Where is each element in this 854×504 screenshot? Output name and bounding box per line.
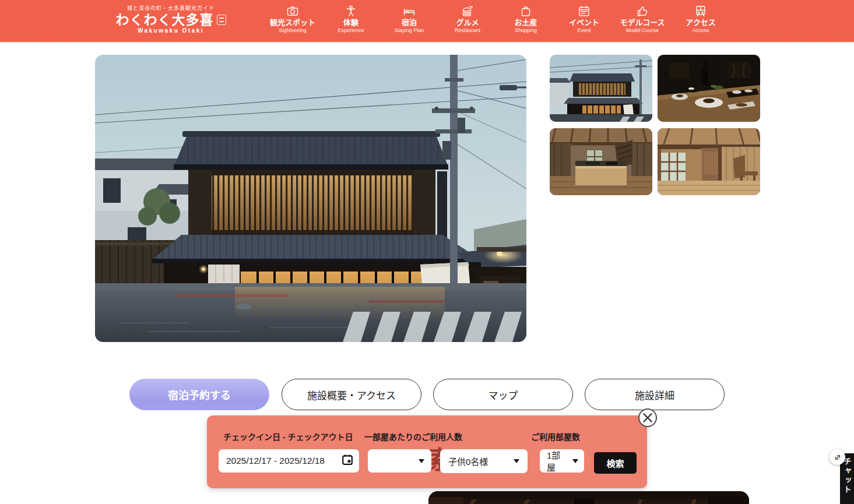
nav-label-en: Shopping <box>497 27 555 33</box>
logo-tagline: 城と渓谷の町・大多喜観光ガイド <box>115 4 226 12</box>
train-icon <box>672 5 730 17</box>
tab-booking-label: 宿泊予約する <box>168 387 231 402</box>
nav-label-en: Restaurant <box>438 27 497 33</box>
chevron-down-icon <box>514 459 519 463</box>
tab-booking[interactable]: 宿泊予約する <box>129 379 269 410</box>
date-range-input[interactable]: 2025/12/17 - 2025/12/18 <box>219 449 359 473</box>
nav-label-jp: イベント <box>555 18 613 27</box>
main-nav-header: 城と渓谷の町・大多喜観光ガイド わくわく大多喜 Wakuwaku Otaki 観… <box>0 0 854 42</box>
nav-label-jp: 宿泊 <box>380 18 438 27</box>
tab-facility-detail[interactable]: 施設詳細 <box>585 379 725 410</box>
nav-label-en: Event <box>555 27 613 33</box>
adults-select[interactable] <box>368 449 431 473</box>
person-icon <box>322 5 380 17</box>
chevron-down-icon <box>419 459 424 463</box>
nav-label-en: Model Course <box>613 27 672 33</box>
shopping-bag-icon <box>497 5 555 17</box>
calendar-icon <box>555 5 613 17</box>
logo-title: わくわく大多喜 <box>116 13 214 27</box>
nav-item-staying[interactable]: 宿泊 Staying Plan <box>380 5 438 33</box>
chevron-down-icon <box>572 459 578 463</box>
calendar-picker-icon[interactable] <box>342 454 353 468</box>
expand-diagonal-icon <box>833 453 842 462</box>
logo-seal-icon <box>217 15 226 25</box>
nav-label-jp: モデルコース <box>613 18 672 27</box>
tab-facility-detail-label: 施設詳細 <box>635 387 674 402</box>
nav-item-event[interactable]: イベント Event <box>555 5 613 33</box>
chat-expand-button[interactable] <box>830 449 845 465</box>
close-form-button[interactable] <box>638 408 658 428</box>
thumbnail-kitchen[interactable] <box>550 128 652 195</box>
children-select[interactable]: 子供0名様 <box>440 449 528 473</box>
nav-label-en: Experience <box>322 27 380 33</box>
nav-label-jp: 観光スポット <box>263 18 322 27</box>
thumbnail-exterior[interactable] <box>550 55 652 122</box>
rooms-select[interactable]: 1部屋 <box>540 449 584 473</box>
nav-label-jp: グルメ <box>438 18 497 27</box>
bottom-section-photo <box>428 491 749 504</box>
chat-label: チャット <box>844 457 851 495</box>
nav-menu: 観光スポット Sightseeing 体験 Experience 宿泊 Stay… <box>263 5 730 33</box>
burger-icon <box>438 5 497 17</box>
nav-label-jp: お土産 <box>497 18 555 27</box>
tab-map-label: マップ <box>488 387 518 402</box>
nav-label-en: Access <box>672 27 730 33</box>
nav-item-model-course[interactable]: モデルコース Model Course <box>613 5 672 33</box>
nav-item-gourmet[interactable]: グルメ Restaurant <box>438 5 497 33</box>
tab-map[interactable]: マップ <box>433 379 573 410</box>
booking-search-form: 索 チェックイン日 - チェックアウト日 2025/12/17 - 2025/1… <box>207 415 647 488</box>
search-button[interactable]: 検索 <box>594 452 637 474</box>
tab-overview-access-label: 施設概要・アクセス <box>307 387 396 402</box>
tab-overview-access[interactable]: 施設概要・アクセス <box>282 379 421 410</box>
site-logo[interactable]: 城と渓谷の町・大多喜観光ガイド わくわく大多喜 Wakuwaku Otaki <box>115 4 226 34</box>
children-select-value: 子供0名様 <box>448 455 488 467</box>
checkin-checkout-label: チェックイン日 - チェックアウト日 <box>223 431 353 442</box>
thumbnail-interior-hall[interactable] <box>658 128 760 195</box>
main-photo[interactable] <box>95 55 526 342</box>
nav-item-shopping[interactable]: お土産 Shopping <box>497 5 555 33</box>
rooms-count-label: ご利用部屋数 <box>531 431 580 442</box>
thumbs-up-icon <box>613 5 672 17</box>
nav-label-en: Staying Plan <box>380 27 438 33</box>
nav-label-jp: 体験 <box>322 18 380 27</box>
close-icon <box>638 408 658 428</box>
page: 城と渓谷の町・大多喜観光ガイド わくわく大多喜 Wakuwaku Otaki 観… <box>0 0 854 504</box>
nav-item-access[interactable]: アクセス Access <box>672 5 730 33</box>
nav-label-jp: アクセス <box>672 18 730 27</box>
camera-icon <box>263 5 322 17</box>
guests-per-room-label: 一部屋あたりのご利用人数 <box>364 431 462 442</box>
rooms-select-value: 1部屋 <box>547 449 569 473</box>
logo-romaji: Wakuwaku Otaki <box>115 27 226 34</box>
nav-item-experience[interactable]: 体験 Experience <box>322 5 380 33</box>
search-button-label: 検索 <box>606 457 624 469</box>
bed-icon <box>380 5 438 17</box>
nav-label-en: Sightseeing <box>263 27 322 33</box>
date-range-value: 2025/12/17 - 2025/12/18 <box>226 456 325 466</box>
thumbnail-dinner[interactable] <box>658 55 760 122</box>
nav-item-sightseeing[interactable]: 観光スポット Sightseeing <box>263 5 322 33</box>
